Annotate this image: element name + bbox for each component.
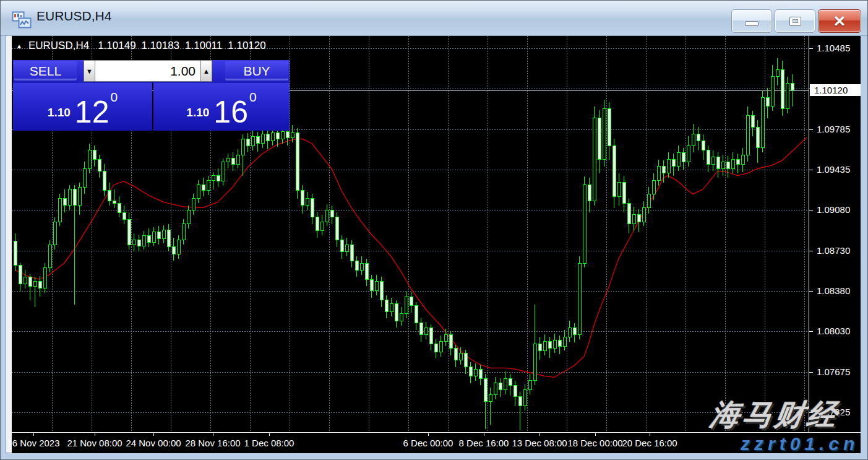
price-axis-label: 1.07675 bbox=[817, 367, 850, 377]
price-axis-label: 1.08730 bbox=[817, 246, 850, 256]
price-axis-label: 1.08030 bbox=[817, 326, 850, 336]
close-button[interactable]: ✕ bbox=[818, 9, 861, 33]
chart-window: EURUSD,H4 ✕ ▲ EURUSD,H4 1.10149 1.10183 … bbox=[0, 0, 868, 460]
price-axis-label: 1.07325 bbox=[817, 407, 850, 417]
date-axis[interactable]: 16 Nov 202321 Nov 08:0024 Nov 00:0028 No… bbox=[12, 433, 861, 453]
moving-average-line bbox=[15, 137, 807, 377]
ohlc-open: 1.10149 bbox=[98, 40, 135, 52]
price-axis-tick bbox=[809, 251, 813, 251]
titlebar[interactable]: EURUSD,H4 ✕ bbox=[1, 1, 867, 36]
price-axis-tick bbox=[809, 129, 813, 130]
trade-panel: SELL ▼ ▲ BUY 1.10 12 0 1.10 16 0 bbox=[13, 60, 290, 131]
buy-price-prefix: 1.10 bbox=[186, 106, 209, 119]
price-axis-label: 1.08380 bbox=[817, 286, 850, 296]
date-axis-label: 16 Nov 2023 bbox=[0, 438, 67, 448]
restore-button[interactable] bbox=[775, 9, 815, 33]
price-axis-label: 1.09080 bbox=[817, 205, 850, 215]
date-axis-tick bbox=[428, 433, 429, 436]
window-title: EURUSD,H4 bbox=[37, 9, 111, 24]
buy-price-main: 16 bbox=[213, 100, 248, 125]
window-frame-mat: ▲ EURUSD,H4 1.10149 1.10183 1.10011 1.10… bbox=[6, 36, 859, 453]
sell-price-prefix: 1.10 bbox=[48, 106, 71, 119]
lot-size-input[interactable] bbox=[95, 60, 200, 82]
ohlc-high: 1.10183 bbox=[142, 40, 179, 52]
date-axis-label: 20 Dec 16:00 bbox=[616, 438, 684, 448]
date-axis-tick bbox=[484, 433, 484, 436]
restore-icon bbox=[789, 17, 801, 26]
date-axis-label: 1 Dec 08:00 bbox=[235, 438, 303, 448]
lot-increase-button[interactable]: ▲ bbox=[200, 60, 212, 82]
date-axis-tick bbox=[269, 433, 270, 436]
chart-client-area: ▲ EURUSD,H4 1.10149 1.10183 1.10011 1.10… bbox=[12, 36, 861, 453]
ohlc-header: ▲ EURUSD,H4 1.10149 1.10183 1.10011 1.10… bbox=[16, 39, 272, 53]
ohlc-close: 1.10120 bbox=[228, 40, 265, 52]
buy-price-panel[interactable]: 1.10 16 0 bbox=[153, 83, 290, 131]
sell-price-main: 12 bbox=[75, 100, 110, 125]
minimize-icon bbox=[745, 21, 758, 26]
lot-decrease-button[interactable]: ▼ bbox=[84, 60, 95, 82]
chart-window-icon bbox=[12, 11, 32, 28]
sell-price-panel[interactable]: 1.10 12 0 bbox=[13, 83, 152, 131]
price-axis-label: 1.09435 bbox=[817, 165, 850, 175]
trade-panel-toolbar: SELL ▼ ▲ BUY bbox=[13, 60, 290, 83]
date-axis-tick bbox=[153, 433, 154, 436]
close-icon: ✕ bbox=[833, 14, 846, 29]
window-controls: ✕ bbox=[731, 9, 861, 33]
price-axis-tick bbox=[809, 170, 813, 170]
price-axis-tick bbox=[809, 372, 813, 373]
date-axis-tick bbox=[213, 433, 213, 436]
price-axis-tick bbox=[809, 412, 813, 413]
sell-price-sup: 0 bbox=[110, 90, 118, 105]
date-axis-label: 24 Nov 00:00 bbox=[119, 438, 187, 448]
buy-price-sup: 0 bbox=[249, 90, 257, 105]
price-axis-tick bbox=[809, 48, 813, 49]
price-axis-tick bbox=[809, 331, 813, 332]
date-axis-tick bbox=[539, 433, 540, 436]
ohlc-low: 1.10011 bbox=[185, 40, 222, 52]
ohlc-symbol: EURUSD,H4 bbox=[28, 40, 89, 52]
price-axis-tick bbox=[809, 210, 813, 210]
price-axis-tick bbox=[809, 291, 813, 292]
price-axis[interactable]: 1.104851.101351.097851.094351.090801.087… bbox=[809, 36, 861, 432]
date-axis-tick bbox=[33, 433, 34, 436]
price-axis-label: 1.10485 bbox=[817, 43, 850, 53]
current-price-badge: 1.10120 bbox=[810, 84, 861, 96]
minimize-button[interactable] bbox=[731, 9, 772, 33]
date-axis-tick bbox=[95, 433, 95, 436]
sell-button[interactable]: SELL bbox=[14, 61, 77, 80]
collapse-arrow-icon[interactable]: ▲ bbox=[16, 43, 22, 50]
date-axis-tick bbox=[650, 433, 650, 436]
price-axis-label: 1.09785 bbox=[817, 124, 850, 134]
buy-button[interactable]: BUY bbox=[225, 61, 288, 80]
date-axis-tick bbox=[595, 433, 596, 436]
date-axis-label: 21 Nov 08:00 bbox=[61, 438, 129, 448]
